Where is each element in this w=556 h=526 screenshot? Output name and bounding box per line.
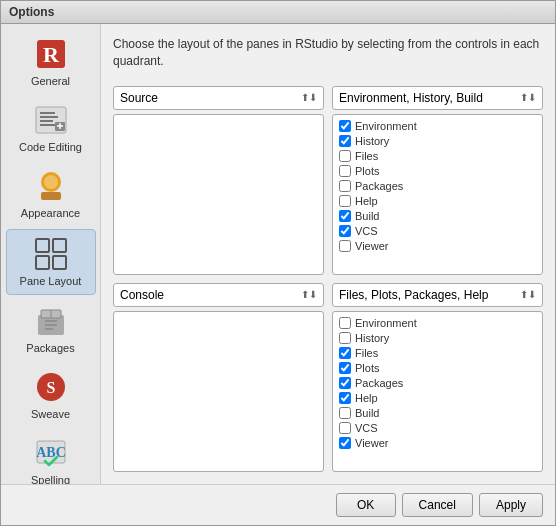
pane-grid: Source ⬆⬇ Environment, History, Build ⬆⬇… xyxy=(113,86,543,472)
bottom-right-checkbox-item: Help xyxy=(339,391,536,405)
code-editing-icon xyxy=(33,102,69,138)
bottom-right-label-build: Build xyxy=(355,407,379,419)
pane-top-left-checkboxes xyxy=(113,114,324,275)
pane-bottom-left-value: Console xyxy=(120,288,164,302)
sidebar-item-packages-label: Packages xyxy=(26,342,74,355)
bottom-right-checkbox-build[interactable] xyxy=(339,407,351,419)
svg-rect-14 xyxy=(53,239,66,252)
spelling-icon: ABC xyxy=(33,435,69,471)
dialog-footer: OK Cancel Apply xyxy=(1,484,555,525)
bottom-right-checkbox-item: Files xyxy=(339,346,536,360)
top-right-checkbox-item: History xyxy=(339,134,536,148)
main-content: Choose the layout of the panes in RStudi… xyxy=(101,24,555,484)
svg-rect-16 xyxy=(53,256,66,269)
bottom-right-checkbox-history[interactable] xyxy=(339,332,351,344)
pane-top-left-dropdown[interactable]: Source ⬆⬇ xyxy=(113,86,324,110)
sidebar-item-general-label: General xyxy=(31,75,70,88)
top-right-checkbox-plots[interactable] xyxy=(339,165,351,177)
bottom-right-checkbox-help[interactable] xyxy=(339,392,351,404)
bottom-right-checkbox-item: Environment xyxy=(339,316,536,330)
pane-top-right-checkboxes: EnvironmentHistoryFilesPlotsPackagesHelp… xyxy=(332,114,543,275)
pane-top-right-arrow: ⬆⬇ xyxy=(520,92,536,103)
bottom-right-checkbox-item: VCS xyxy=(339,421,536,435)
top-right-checkbox-item: Plots xyxy=(339,164,536,178)
bottom-right-label-packages: Packages xyxy=(355,377,403,389)
svg-rect-15 xyxy=(36,256,49,269)
bottom-right-label-files: Files xyxy=(355,347,378,359)
title-bar: Options xyxy=(1,1,555,24)
pane-top-left-arrow: ⬆⬇ xyxy=(301,92,317,103)
sidebar-item-sweave[interactable]: S Sweave xyxy=(6,363,96,427)
top-right-label-viewer: Viewer xyxy=(355,240,388,252)
top-right-checkbox-build[interactable] xyxy=(339,210,351,222)
svg-rect-12 xyxy=(41,192,61,200)
top-right-checkbox-files[interactable] xyxy=(339,150,351,162)
top-right-checkbox-history[interactable] xyxy=(339,135,351,147)
top-right-label-packages: Packages xyxy=(355,180,403,192)
ok-button[interactable]: OK xyxy=(336,493,396,517)
bottom-right-checkbox-item: Viewer xyxy=(339,436,536,450)
pane-bottom-right-value: Files, Plots, Packages, Help xyxy=(339,288,488,302)
pane-top-left: Source ⬆⬇ xyxy=(113,86,324,275)
top-right-checkbox-item: Packages xyxy=(339,179,536,193)
cancel-button[interactable]: Cancel xyxy=(402,493,473,517)
top-right-checkbox-vcs[interactable] xyxy=(339,225,351,237)
bottom-right-checkbox-item: Packages xyxy=(339,376,536,390)
top-right-checkbox-item: Environment xyxy=(339,119,536,133)
dialog-body: R General xyxy=(1,24,555,484)
top-right-checkbox-item: VCS xyxy=(339,224,536,238)
bottom-right-checkbox-plots[interactable] xyxy=(339,362,351,374)
general-icon: R xyxy=(33,36,69,72)
bottom-right-label-vcs: VCS xyxy=(355,422,378,434)
sidebar-item-packages[interactable]: Packages xyxy=(6,297,96,361)
svg-rect-13 xyxy=(36,239,49,252)
top-right-label-environment: Environment xyxy=(355,120,417,132)
top-right-checkbox-help[interactable] xyxy=(339,195,351,207)
svg-point-11 xyxy=(44,175,58,189)
sidebar-item-code-editing-label: Code Editing xyxy=(19,141,82,154)
apply-button[interactable]: Apply xyxy=(479,493,543,517)
sidebar-item-code-editing[interactable]: Code Editing xyxy=(6,96,96,160)
bottom-right-label-environment: Environment xyxy=(355,317,417,329)
pane-bottom-left-dropdown[interactable]: Console ⬆⬇ xyxy=(113,283,324,307)
top-right-checkbox-packages[interactable] xyxy=(339,180,351,192)
top-right-checkbox-viewer[interactable] xyxy=(339,240,351,252)
pane-bottom-left-checkboxes xyxy=(113,311,324,472)
sweave-icon: S xyxy=(33,369,69,405)
sidebar-item-appearance[interactable]: Appearance xyxy=(6,162,96,226)
dialog-title: Options xyxy=(9,5,54,19)
sidebar: R General xyxy=(1,24,101,484)
pane-bottom-right-checkboxes: EnvironmentHistoryFilesPlotsPackagesHelp… xyxy=(332,311,543,472)
svg-text:S: S xyxy=(46,379,55,396)
sidebar-item-appearance-label: Appearance xyxy=(21,207,80,220)
top-right-checkbox-environment[interactable] xyxy=(339,120,351,132)
top-right-checkbox-item: Viewer xyxy=(339,239,536,253)
pane-bottom-left: Console ⬆⬇ xyxy=(113,283,324,472)
options-dialog: Options R General xyxy=(0,0,556,526)
top-right-label-vcs: VCS xyxy=(355,225,378,237)
sidebar-item-sweave-label: Sweave xyxy=(31,408,70,421)
sidebar-item-spelling-label: Spelling xyxy=(31,474,70,484)
pane-layout-icon xyxy=(33,236,69,272)
sidebar-item-spelling[interactable]: ABC Spelling xyxy=(6,429,96,484)
bottom-right-checkbox-viewer[interactable] xyxy=(339,437,351,449)
bottom-right-checkbox-files[interactable] xyxy=(339,347,351,359)
svg-text:ABC: ABC xyxy=(36,445,66,460)
bottom-right-label-viewer: Viewer xyxy=(355,437,388,449)
top-right-label-history: History xyxy=(355,135,389,147)
top-right-label-files: Files xyxy=(355,150,378,162)
bottom-right-checkbox-packages[interactable] xyxy=(339,377,351,389)
bottom-right-checkbox-environment[interactable] xyxy=(339,317,351,329)
packages-icon xyxy=(33,303,69,339)
top-right-label-help: Help xyxy=(355,195,378,207)
bottom-right-checkbox-vcs[interactable] xyxy=(339,422,351,434)
pane-top-left-value: Source xyxy=(120,91,158,105)
bottom-right-label-help: Help xyxy=(355,392,378,404)
sidebar-item-pane-layout-label: Pane Layout xyxy=(20,275,82,288)
pane-bottom-right-dropdown[interactable]: Files, Plots, Packages, Help ⬆⬇ xyxy=(332,283,543,307)
sidebar-item-general[interactable]: R General xyxy=(6,30,96,94)
top-right-checkbox-item: Files xyxy=(339,149,536,163)
sidebar-item-pane-layout[interactable]: Pane Layout xyxy=(6,229,96,295)
pane-top-right-dropdown[interactable]: Environment, History, Build ⬆⬇ xyxy=(332,86,543,110)
top-right-label-build: Build xyxy=(355,210,379,222)
